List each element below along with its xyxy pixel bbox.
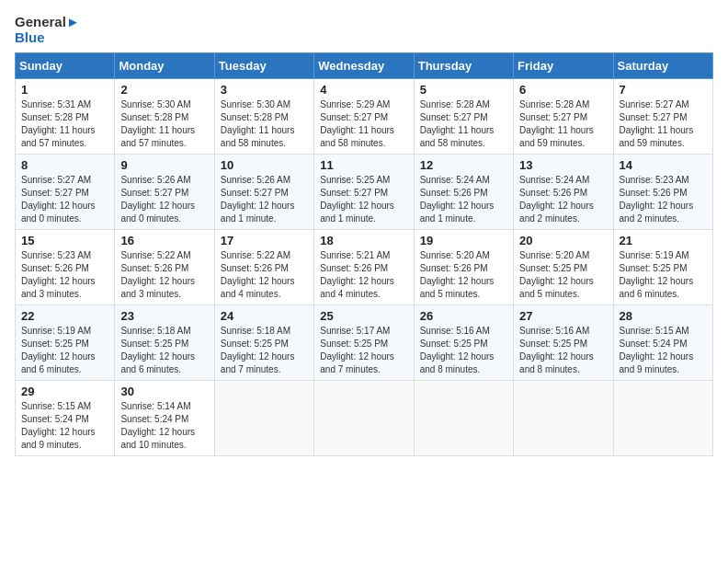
weekday-header-tuesday: Tuesday (214, 53, 313, 79)
table-row: 24Sunrise: 5:18 AMSunset: 5:25 PMDayligh… (214, 305, 313, 381)
table-row: 21Sunrise: 5:19 AMSunset: 5:25 PMDayligh… (613, 230, 712, 305)
table-row: 6Sunrise: 5:28 AMSunset: 5:27 PMDaylight… (514, 79, 613, 155)
calendar-table: SundayMondayTuesdayWednesdayThursdayFrid… (15, 52, 713, 456)
logo: General► Blue (15, 15, 80, 45)
table-row: 29Sunrise: 5:15 AMSunset: 5:24 PMDayligh… (16, 381, 115, 456)
table-row: 25Sunrise: 5:17 AMSunset: 5:25 PMDayligh… (314, 305, 414, 381)
table-row: 10Sunrise: 5:26 AMSunset: 5:27 PMDayligh… (214, 155, 313, 230)
logo-text: General► Blue (15, 15, 80, 45)
table-row: 12Sunrise: 5:24 AMSunset: 5:26 PMDayligh… (414, 155, 513, 230)
header-row: SundayMondayTuesdayWednesdayThursdayFrid… (16, 53, 713, 79)
table-row: 3Sunrise: 5:30 AMSunset: 5:28 PMDaylight… (214, 79, 313, 155)
table-row: 4Sunrise: 5:29 AMSunset: 5:27 PMDaylight… (314, 79, 414, 155)
calendar-week-4: 22Sunrise: 5:19 AMSunset: 5:25 PMDayligh… (16, 305, 713, 381)
table-row: 16Sunrise: 5:22 AMSunset: 5:26 PMDayligh… (115, 230, 214, 305)
page-header: General► Blue (15, 15, 713, 45)
table-row: 26Sunrise: 5:16 AMSunset: 5:25 PMDayligh… (414, 305, 513, 381)
table-row: 8Sunrise: 5:27 AMSunset: 5:27 PMDaylight… (16, 155, 115, 230)
table-row: 9Sunrise: 5:26 AMSunset: 5:27 PMDaylight… (115, 155, 214, 230)
table-row: 22Sunrise: 5:19 AMSunset: 5:25 PMDayligh… (16, 305, 115, 381)
table-row: 5Sunrise: 5:28 AMSunset: 5:27 PMDaylight… (414, 79, 513, 155)
calendar-week-2: 8Sunrise: 5:27 AMSunset: 5:27 PMDaylight… (16, 155, 713, 230)
table-row: 11Sunrise: 5:25 AMSunset: 5:27 PMDayligh… (314, 155, 414, 230)
table-row: 2Sunrise: 5:30 AMSunset: 5:28 PMDaylight… (115, 79, 214, 155)
table-row: 28Sunrise: 5:15 AMSunset: 5:24 PMDayligh… (613, 305, 712, 381)
table-row: 18Sunrise: 5:21 AMSunset: 5:26 PMDayligh… (314, 230, 414, 305)
table-row (314, 381, 414, 456)
calendar-week-1: 1Sunrise: 5:31 AMSunset: 5:28 PMDaylight… (16, 79, 713, 155)
table-row (514, 381, 613, 456)
weekday-header-friday: Friday (514, 53, 613, 79)
table-row: 14Sunrise: 5:23 AMSunset: 5:26 PMDayligh… (613, 155, 712, 230)
table-row: 27Sunrise: 5:16 AMSunset: 5:25 PMDayligh… (514, 305, 613, 381)
table-row (414, 381, 513, 456)
calendar-week-5: 29Sunrise: 5:15 AMSunset: 5:24 PMDayligh… (16, 381, 713, 456)
table-row: 13Sunrise: 5:24 AMSunset: 5:26 PMDayligh… (514, 155, 613, 230)
table-row: 7Sunrise: 5:27 AMSunset: 5:27 PMDaylight… (613, 79, 712, 155)
table-row: 1Sunrise: 5:31 AMSunset: 5:28 PMDaylight… (16, 79, 115, 155)
table-row: 19Sunrise: 5:20 AMSunset: 5:26 PMDayligh… (414, 230, 513, 305)
table-row: 23Sunrise: 5:18 AMSunset: 5:25 PMDayligh… (115, 305, 214, 381)
table-row: 20Sunrise: 5:20 AMSunset: 5:25 PMDayligh… (514, 230, 613, 305)
table-row (613, 381, 712, 456)
table-row (214, 381, 313, 456)
weekday-header-saturday: Saturday (613, 53, 712, 79)
weekday-header-thursday: Thursday (414, 53, 513, 79)
table-row: 30Sunrise: 5:14 AMSunset: 5:24 PMDayligh… (115, 381, 214, 456)
table-row: 15Sunrise: 5:23 AMSunset: 5:26 PMDayligh… (16, 230, 115, 305)
weekday-header-sunday: Sunday (16, 53, 115, 79)
calendar-week-3: 15Sunrise: 5:23 AMSunset: 5:26 PMDayligh… (16, 230, 713, 305)
weekday-header-wednesday: Wednesday (314, 53, 414, 79)
weekday-header-monday: Monday (115, 53, 214, 79)
table-row: 17Sunrise: 5:22 AMSunset: 5:26 PMDayligh… (214, 230, 313, 305)
